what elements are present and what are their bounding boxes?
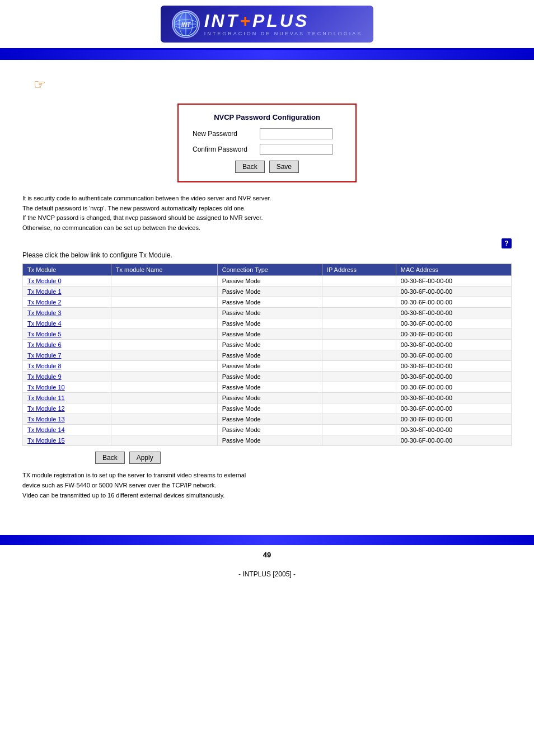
logo-globe-icon: INT xyxy=(172,10,200,38)
logo-box: INT INT+PLUS INTEGRACION DE NUEVAS TECNO… xyxy=(161,6,374,43)
tx-module-link[interactable]: Tx Module 3 xyxy=(23,308,111,318)
tx-module-link[interactable]: Tx Module 1 xyxy=(23,287,111,297)
tx-module-link[interactable]: Tx Module 8 xyxy=(23,361,111,372)
note-area: ☞ xyxy=(34,77,512,92)
table-row: Tx Module 13Passive Mode00-30-6F-00-00-0… xyxy=(23,414,512,425)
tx-ip-address xyxy=(322,297,396,308)
tx-mac-address: 00-30-6F-00-00-00 xyxy=(396,340,511,350)
tx-mac-address: 00-30-6F-00-00-00 xyxy=(396,329,511,340)
tx-ip-address xyxy=(322,393,396,403)
password-config-wrapper: NVCP Password Configuration New Password… xyxy=(22,104,512,182)
svg-text:INT: INT xyxy=(181,22,191,28)
tx-connection-type: Passive Mode xyxy=(217,287,322,297)
logo-container: INT INT+PLUS INTEGRACION DE NUEVAS TECNO… xyxy=(161,6,374,43)
logo-plus-symbol: + xyxy=(240,11,252,31)
tx-connection-type: Passive Mode xyxy=(217,340,322,350)
tx-mac-address: 00-30-6F-00-00-00 xyxy=(396,287,511,297)
bottom-desc-line3: Video can be transmitted up to 16 differ… xyxy=(22,492,224,499)
tx-back-button[interactable]: Back xyxy=(95,452,125,464)
help-icon[interactable]: ? xyxy=(502,238,512,248)
password-button-row: Back Save xyxy=(193,161,341,173)
tx-module-name xyxy=(111,350,217,361)
bottom-desc-line2: device such as FW-5440 or 5000 NVR serve… xyxy=(22,482,217,489)
tx-module-name xyxy=(111,318,217,329)
tx-ip-address xyxy=(322,361,396,372)
table-row: Tx Module 6Passive Mode00-30-6F-00-00-00 xyxy=(23,340,512,350)
tx-module-link[interactable]: Tx Module 5 xyxy=(23,329,111,340)
tx-module-link[interactable]: Tx Module 14 xyxy=(23,425,111,435)
tx-connection-type: Passive Mode xyxy=(217,425,322,435)
footer-copyright: - INTPLUS [2005] - xyxy=(0,565,534,589)
password-desc-line3: If the NVCP passord is changed, that nvc… xyxy=(22,214,263,221)
tx-module-link[interactable]: Tx Module 12 xyxy=(23,403,111,414)
tx-mac-address: 00-30-6F-00-00-00 xyxy=(396,414,511,425)
tx-connection-type: Passive Mode xyxy=(217,318,322,329)
table-row: Tx Module 5Passive Mode00-30-6F-00-00-00 xyxy=(23,329,512,340)
tx-ip-address xyxy=(322,276,396,287)
bottom-desc-line1: TX module registration is to set up the … xyxy=(22,472,246,478)
tx-module-link[interactable]: Tx Module 11 xyxy=(23,393,111,403)
logo-int: INT xyxy=(204,11,240,31)
new-password-input[interactable] xyxy=(260,128,332,139)
help-icon-row: ? xyxy=(22,238,512,248)
footer-blue-bar xyxy=(0,535,534,545)
tx-module-link[interactable]: Tx Module 2 xyxy=(23,297,111,308)
tx-mac-address: 00-30-6F-00-00-00 xyxy=(396,435,511,446)
header: INT INT+PLUS INTEGRACION DE NUEVAS TECNO… xyxy=(0,0,534,50)
col-connection-type: Connection Type xyxy=(217,264,322,276)
tx-ip-address xyxy=(322,308,396,318)
tx-module-name xyxy=(111,361,217,372)
tx-module-link[interactable]: Tx Module 10 xyxy=(23,382,111,393)
tx-mac-address: 00-30-6F-00-00-00 xyxy=(396,425,511,435)
tx-module-link[interactable]: Tx Module 9 xyxy=(23,372,111,382)
tx-mac-address: 00-30-6F-00-00-00 xyxy=(396,372,511,382)
tx-module-link[interactable]: Tx Module 0 xyxy=(23,276,111,287)
tx-module-link[interactable]: Tx Module 6 xyxy=(23,340,111,350)
tx-module-name xyxy=(111,403,217,414)
tx-module-name xyxy=(111,308,217,318)
tx-module-name xyxy=(111,287,217,297)
table-row: Tx Module 1Passive Mode00-30-6F-00-00-00 xyxy=(23,287,512,297)
main-content: ☞ NVCP Password Configuration New Passwo… xyxy=(0,65,534,513)
tx-ip-address xyxy=(322,350,396,361)
table-header-row: Tx Module Tx module Name Connection Type… xyxy=(23,264,512,276)
password-description: It is security code to authenticate comm… xyxy=(22,194,512,233)
tx-config-instruction: Please click the below link to configure… xyxy=(22,251,512,259)
tx-module-link[interactable]: Tx Module 15 xyxy=(23,435,111,446)
password-back-button[interactable]: Back xyxy=(235,161,265,173)
confirm-password-label: Confirm Password xyxy=(193,145,260,153)
confirm-password-input[interactable] xyxy=(260,144,332,155)
table-row: Tx Module 0Passive Mode00-30-6F-00-00-00 xyxy=(23,276,512,287)
tx-module-name xyxy=(111,297,217,308)
tx-module-link[interactable]: Tx Module 4 xyxy=(23,318,111,329)
table-row: Tx Module 10Passive Mode00-30-6F-00-00-0… xyxy=(23,382,512,393)
tx-connection-type: Passive Mode xyxy=(217,329,322,340)
tx-ip-address xyxy=(322,372,396,382)
tx-module-name xyxy=(111,382,217,393)
tx-connection-type: Passive Mode xyxy=(217,361,322,372)
tx-module-name xyxy=(111,414,217,425)
tx-connection-type: Passive Mode xyxy=(217,403,322,414)
table-row: Tx Module 4Passive Mode00-30-6F-00-00-00 xyxy=(23,318,512,329)
tx-module-name xyxy=(111,340,217,350)
tx-connection-type: Passive Mode xyxy=(217,414,322,425)
tx-mac-address: 00-30-6F-00-00-00 xyxy=(396,361,511,372)
tx-ip-address xyxy=(322,318,396,329)
note-icon: ☞ xyxy=(34,77,46,92)
bottom-description: TX module registration is to set up the … xyxy=(22,471,512,500)
tx-ip-address xyxy=(322,435,396,446)
tx-button-row: Back Apply xyxy=(95,452,512,464)
tx-module-name xyxy=(111,393,217,403)
table-row: Tx Module 7Passive Mode00-30-6F-00-00-00 xyxy=(23,350,512,361)
tx-apply-button[interactable]: Apply xyxy=(129,452,161,464)
logo-plus-text: PLUS xyxy=(252,11,309,31)
tx-module-name xyxy=(111,372,217,382)
tx-ip-address xyxy=(322,403,396,414)
tx-ip-address xyxy=(322,340,396,350)
tx-connection-type: Passive Mode xyxy=(217,382,322,393)
table-row: Tx Module 14Passive Mode00-30-6F-00-00-0… xyxy=(23,425,512,435)
tx-module-name xyxy=(111,329,217,340)
password-save-button[interactable]: Save xyxy=(269,161,299,173)
tx-module-link[interactable]: Tx Module 7 xyxy=(23,350,111,361)
tx-module-link[interactable]: Tx Module 13 xyxy=(23,414,111,425)
